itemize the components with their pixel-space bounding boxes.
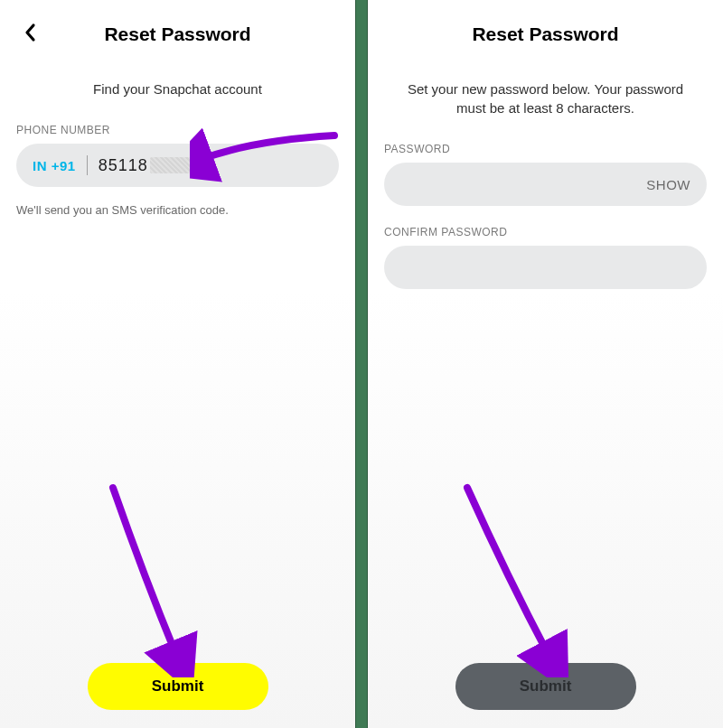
phone-redacted-area [150,157,201,173]
submit-row: Submit [368,663,723,710]
phone-number-label: PHONE NUMBER [16,124,339,136]
submit-row: Submit [0,663,355,710]
submit-button-label: Submit [520,677,572,695]
submit-button[interactable]: Submit [88,663,268,710]
password-label: PASSWORD [384,143,707,155]
page-title: Reset Password [472,23,618,45]
screen-divider [355,0,368,728]
phone-number-value[interactable]: 85118 [99,156,148,175]
submit-button-label: Submit [152,677,204,695]
submit-button[interactable]: Submit [455,663,636,710]
password-input[interactable]: SHOW [384,163,707,206]
reset-password-new-screen: Reset Password Set your new password bel… [368,0,723,728]
confirm-password-input[interactable] [384,246,707,289]
subtitle: Find your Snapchat account [16,79,339,98]
header: Reset Password [384,16,707,52]
helper-text: We'll send you an SMS verification code. [16,203,339,217]
page-title: Reset Password [104,23,250,45]
subtitle: Set your new password below. Your passwo… [384,79,707,117]
back-icon[interactable] [23,22,38,47]
confirm-password-label: CONFIRM PASSWORD [384,226,707,238]
country-code-selector[interactable]: IN +91 [33,158,76,173]
phone-input[interactable]: IN +91 85118 [16,144,339,187]
annotation-arrow-icon [95,479,212,677]
reset-password-phone-screen: Reset Password Find your Snapchat accoun… [0,0,355,728]
annotation-arrow-icon [449,479,585,677]
show-password-toggle[interactable]: SHOW [646,177,690,192]
input-separator [87,155,88,175]
header: Reset Password [16,16,339,52]
